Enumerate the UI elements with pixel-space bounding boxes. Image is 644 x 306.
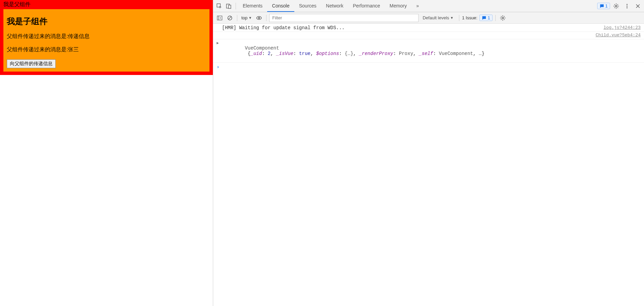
device-toggle-icon[interactable]	[224, 1, 234, 11]
issue-count: 1	[487, 15, 490, 20]
live-expression-icon[interactable]	[255, 14, 263, 22]
tab-network[interactable]: Network	[321, 0, 348, 12]
chevron-down-icon: ▼	[249, 16, 252, 20]
message-icon	[482, 16, 486, 20]
console-output: [HMR] Waiting for update signal from WDS…	[213, 24, 644, 306]
console-object-row: ▶ VueComponent {_uid: 2, _isVue: true, $…	[213, 39, 644, 63]
tab-more[interactable]: »	[411, 0, 424, 12]
more-menu-icon[interactable]	[622, 1, 632, 11]
messages-badge[interactable]: 1	[597, 3, 610, 9]
filter-divider	[237, 15, 237, 21]
expand-triangle-icon[interactable]: ▶	[217, 41, 219, 45]
console-settings-icon[interactable]	[498, 14, 507, 22]
context-label: top	[241, 15, 247, 20]
tab-memory[interactable]: Memory	[385, 0, 412, 12]
close-devtools-icon[interactable]	[633, 1, 643, 11]
message-icon	[600, 4, 604, 8]
inspect-element-icon[interactable]	[215, 1, 224, 11]
svg-point-3	[615, 5, 617, 7]
issue-badge[interactable]: 1	[479, 15, 492, 21]
issues-group[interactable]: 1 Issue: 1	[462, 15, 493, 21]
svg-line-10	[228, 17, 231, 19]
tab-console[interactable]: Console	[267, 0, 294, 12]
child-message-2: 父组件传递过来的消息是:张三	[7, 46, 206, 53]
source-link[interactable]: log.js?4244:23	[604, 25, 641, 30]
svg-rect-7	[217, 16, 222, 20]
levels-label: Default levels	[423, 15, 449, 20]
console-message: [HMR] Waiting for update signal from WDS…	[222, 25, 604, 31]
page-content-panel: 我是父组件 我是子组件 父组件传递过来的消息是:传递信息 父组件传递过来的消息是…	[0, 0, 213, 306]
settings-icon[interactable]	[611, 1, 621, 11]
console-prompt[interactable]: ›	[213, 63, 644, 71]
devtools-tabs: Elements Console Sources Network Perform…	[238, 0, 424, 12]
svg-point-6	[627, 7, 628, 8]
tab-sources[interactable]: Sources	[294, 0, 321, 12]
filter-input[interactable]	[269, 14, 419, 22]
svg-point-12	[258, 17, 260, 19]
svg-point-4	[627, 4, 628, 5]
devtools-toolbar: Elements Console Sources Network Perform…	[213, 0, 644, 12]
console-source-row: Child.vue?5eb4:24	[213, 32, 644, 39]
child-component: 我是子组件 父组件传递过来的消息是:传递信息 父组件传递过来的消息是:张三 向父…	[3, 9, 209, 72]
svg-point-13	[502, 17, 503, 19]
devtools-panel: Elements Console Sources Network Perform…	[213, 0, 644, 306]
source-link[interactable]: Child.vue?5eb4:24	[595, 33, 641, 38]
filter-divider	[459, 15, 459, 21]
tab-elements[interactable]: Elements	[238, 0, 267, 12]
parent-title: 我是父组件	[3, 0, 209, 9]
clear-console-icon[interactable]	[225, 14, 234, 22]
console-filterbar: top ▼ Default levels ▼ 1 Issue: 1	[213, 12, 644, 24]
context-dropdown[interactable]: top ▼	[240, 15, 253, 21]
toolbar-right: 1	[597, 1, 643, 11]
svg-rect-2	[228, 5, 231, 8]
tab-performance[interactable]: Performance	[348, 0, 385, 12]
console-sidebar-toggle-icon[interactable]	[215, 14, 224, 22]
console-log-row: [HMR] Waiting for update signal from WDS…	[213, 24, 644, 32]
send-to-parent-button[interactable]: 向父组件的传递信息	[7, 59, 56, 68]
prompt-symbol: ›	[217, 64, 219, 70]
svg-point-5	[627, 5, 628, 6]
object-preview[interactable]: VueComponent {_uid: 2, _isVue: true, $op…	[222, 40, 641, 62]
child-message-1: 父组件传递过来的消息是:传递信息	[7, 33, 206, 40]
levels-dropdown[interactable]: Default levels ▼	[420, 15, 456, 21]
child-title: 我是子组件	[7, 16, 206, 27]
filter-divider	[266, 15, 266, 21]
filter-divider	[495, 15, 496, 21]
toolbar-divider	[236, 3, 236, 9]
messages-count: 1	[605, 3, 608, 8]
chevron-down-icon: ▼	[450, 16, 454, 20]
parent-component: 我是父组件 我是子组件 父组件传递过来的消息是:传递信息 父组件传递过来的消息是…	[0, 0, 213, 75]
issue-label: 1 Issue:	[462, 15, 478, 20]
